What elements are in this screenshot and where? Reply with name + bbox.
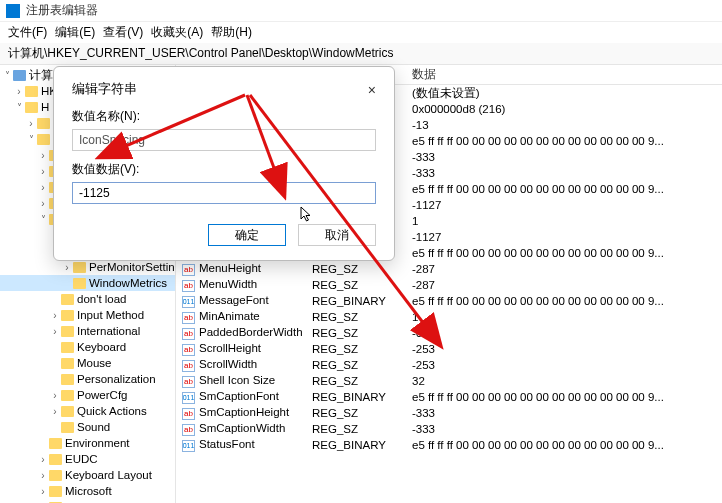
- tree-inputmethod[interactable]: ›Input Method: [0, 307, 175, 323]
- address-path: 计算机\HKEY_CURRENT_USER\Control Panel\Desk…: [8, 46, 393, 60]
- tree-keyboardlayout[interactable]: ›Keyboard Layout: [0, 467, 175, 483]
- close-icon[interactable]: ×: [368, 82, 376, 98]
- list-row[interactable]: abMinAnimateREG_SZ1: [176, 309, 722, 325]
- tree-environment[interactable]: Environment: [0, 435, 175, 451]
- list-row[interactable]: 011MessageFontREG_BINARYe5 ff ff ff 00 0…: [176, 293, 722, 309]
- value-name-field[interactable]: [72, 129, 376, 151]
- menu-edit[interactable]: 编辑(E): [55, 24, 95, 41]
- folder-icon: [61, 294, 74, 305]
- folder-icon: [25, 102, 38, 113]
- tree-international[interactable]: ›International: [0, 323, 175, 339]
- col-data[interactable]: 数据: [406, 66, 722, 83]
- folder-icon: [61, 310, 74, 321]
- menu-help[interactable]: 帮助(H): [211, 24, 252, 41]
- string-value-icon: ab: [182, 408, 195, 420]
- tree-keyboard[interactable]: Keyboard: [0, 339, 175, 355]
- menu-bar: 文件(F) 编辑(E) 查看(V) 收藏夹(A) 帮助(H): [0, 22, 722, 43]
- string-value-icon: ab: [182, 264, 195, 276]
- dialog-title: 编辑字符串: [72, 81, 137, 98]
- menu-view[interactable]: 查看(V): [103, 24, 143, 41]
- tree-sound[interactable]: Sound: [0, 419, 175, 435]
- tree-quickactions[interactable]: ›Quick Actions: [0, 403, 175, 419]
- string-value-icon: ab: [182, 328, 195, 340]
- folder-icon: [49, 470, 62, 481]
- tree-powercfg[interactable]: ›PowerCfg: [0, 387, 175, 403]
- folder-icon: [49, 486, 62, 497]
- cancel-button[interactable]: 取消: [298, 224, 376, 246]
- tree-windowmetrics[interactable]: WindowMetrics: [0, 275, 175, 291]
- string-value-icon: ab: [182, 344, 195, 356]
- folder-icon: [61, 342, 74, 353]
- value-data-field[interactable]: [72, 182, 376, 204]
- string-value-icon: ab: [182, 312, 195, 324]
- string-value-icon: ab: [182, 360, 195, 372]
- list-row[interactable]: abMenuHeightREG_SZ-287: [176, 261, 722, 277]
- app-title: 注册表编辑器: [26, 2, 98, 19]
- string-value-icon: ab: [182, 424, 195, 436]
- ok-button[interactable]: 确定: [208, 224, 286, 246]
- list-row[interactable]: abShell Icon SizeREG_SZ32: [176, 373, 722, 389]
- list-row[interactable]: abPaddedBorderWidthREG_SZ-60: [176, 325, 722, 341]
- folder-icon: [73, 278, 86, 289]
- tree-eudc[interactable]: ›EUDC: [0, 451, 175, 467]
- folder-icon: [61, 422, 74, 433]
- binary-value-icon: 011: [182, 440, 195, 452]
- folder-icon: [37, 134, 50, 145]
- list-row[interactable]: abScrollHeightREG_SZ-253: [176, 341, 722, 357]
- folder-icon: [61, 374, 74, 385]
- string-value-icon: ab: [182, 280, 195, 292]
- address-bar[interactable]: 计算机\HKEY_CURRENT_USER\Control Panel\Desk…: [0, 43, 722, 65]
- computer-icon: [13, 70, 26, 81]
- value-name-label: 数值名称(N):: [72, 108, 376, 125]
- title-bar: 注册表编辑器: [0, 0, 722, 22]
- tree-dontload[interactable]: don't load: [0, 291, 175, 307]
- tree-microsoft[interactable]: ›Microsoft: [0, 483, 175, 499]
- folder-icon: [61, 358, 74, 369]
- app-icon: [6, 4, 20, 18]
- tree-network[interactable]: Network: [0, 499, 175, 503]
- list-row[interactable]: abMenuWidthREG_SZ-287: [176, 277, 722, 293]
- folder-icon: [37, 118, 50, 129]
- folder-icon: [49, 438, 62, 449]
- tree-mouse[interactable]: Mouse: [0, 355, 175, 371]
- folder-icon: [73, 262, 86, 273]
- folder-icon: [61, 406, 74, 417]
- folder-icon: [61, 326, 74, 337]
- edit-string-dialog: 编辑字符串 × 数值名称(N): 数值数据(V): 确定 取消: [53, 66, 395, 261]
- list-row[interactable]: 011StatusFontREG_BINARYe5 ff ff ff 00 00…: [176, 437, 722, 453]
- list-row[interactable]: abSmCaptionHeightREG_SZ-333: [176, 405, 722, 421]
- string-value-icon: ab: [182, 376, 195, 388]
- list-row[interactable]: abScrollWidthREG_SZ-253: [176, 357, 722, 373]
- tree-permonitor[interactable]: ›PerMonitorSettin: [0, 259, 175, 275]
- menu-file[interactable]: 文件(F): [8, 24, 47, 41]
- value-data-label: 数值数据(V):: [72, 161, 376, 178]
- folder-icon: [49, 454, 62, 465]
- binary-value-icon: 011: [182, 296, 195, 308]
- folder-icon: [25, 86, 38, 97]
- folder-icon: [61, 390, 74, 401]
- menu-favorites[interactable]: 收藏夹(A): [151, 24, 203, 41]
- list-row[interactable]: 011SmCaptionFontREG_BINARYe5 ff ff ff 00…: [176, 389, 722, 405]
- tree-personalization[interactable]: Personalization: [0, 371, 175, 387]
- list-row[interactable]: abSmCaptionWidthREG_SZ-333: [176, 421, 722, 437]
- binary-value-icon: 011: [182, 392, 195, 404]
